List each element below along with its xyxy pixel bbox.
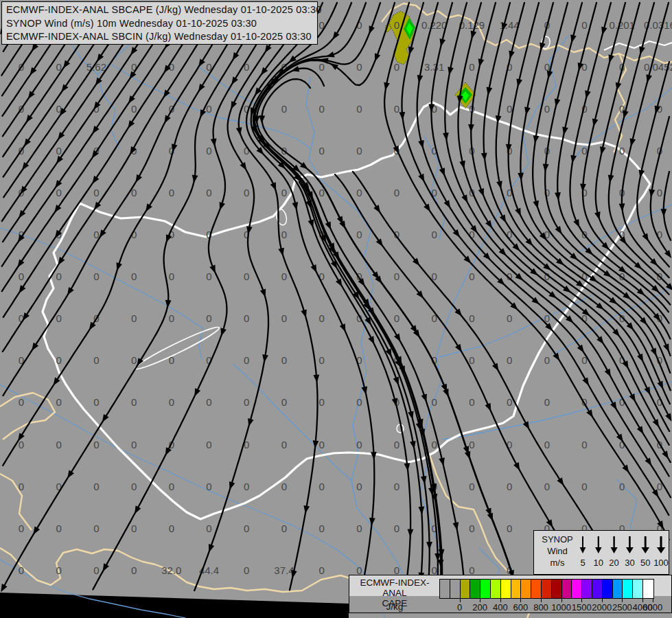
zero-grid-label: 0 bbox=[56, 396, 62, 408]
zero-grid-label: 0 bbox=[394, 481, 399, 492]
wind-speed-label: 10 bbox=[594, 558, 603, 568]
zero-grid-label: 0 bbox=[356, 229, 362, 240]
cape-tick-label: 800 bbox=[533, 602, 548, 613]
zero-grid-label: 0 bbox=[318, 481, 324, 492]
zero-grid-label: 0 bbox=[469, 271, 474, 282]
zero-grid-label: 0 bbox=[394, 312, 399, 324]
zero-grid-label: 0 bbox=[394, 271, 399, 282]
zero-grid-label: 0 bbox=[394, 103, 399, 115]
zero-grid-label: 0 bbox=[93, 564, 99, 576]
wind-speed-label: 50 bbox=[640, 558, 650, 568]
zero-grid-label: 0 bbox=[544, 439, 550, 450]
cape-swatch bbox=[562, 580, 572, 598]
zero-grid-label: 0 bbox=[469, 354, 474, 366]
station-value: 0.220 bbox=[421, 19, 448, 31]
zero-grid-label: 0 bbox=[581, 145, 587, 157]
zero-grid-label: 0 bbox=[131, 481, 137, 492]
zero-grid-label: 0 bbox=[318, 312, 324, 324]
zero-grid-label: 0 bbox=[469, 523, 474, 534]
cape-swatch bbox=[582, 580, 592, 598]
weather-map-screen: 0000.2200.1291.44000.2010.0316005.620000… bbox=[0, 0, 672, 618]
cape-tick-label: 1500 bbox=[572, 602, 592, 613]
cape-tick-label: 1000 bbox=[551, 602, 571, 613]
zero-grid-label: 0 bbox=[657, 187, 662, 198]
cape-swatch bbox=[623, 580, 633, 598]
zero-grid-label: 0 bbox=[131, 354, 137, 366]
cape-swatch bbox=[480, 580, 491, 598]
zero-grid-label: 0 bbox=[394, 439, 399, 450]
zero-grid-label: 0 bbox=[281, 439, 287, 450]
station-value: 0.201 bbox=[609, 19, 635, 31]
zero-grid-label: 0 bbox=[56, 439, 62, 450]
zero-grid-label: 0 bbox=[19, 481, 24, 492]
zero-grid-label: 0 bbox=[544, 61, 550, 73]
zero-grid-label: 0 bbox=[318, 145, 324, 157]
zero-grid-label: 0 bbox=[19, 396, 24, 408]
cape-swatch bbox=[552, 580, 562, 598]
wind-ref-arrowhead-icon bbox=[657, 547, 665, 553]
zero-grid-label: 0 bbox=[469, 61, 474, 73]
zero-grid-label: 0 bbox=[131, 564, 137, 576]
cape-swatch bbox=[491, 580, 501, 598]
zero-grid-label: 0 bbox=[281, 103, 287, 115]
zero-grid-label: 0 bbox=[318, 271, 324, 282]
zero-grid-label: 0 bbox=[93, 439, 99, 450]
zero-grid-label: 0 bbox=[469, 481, 474, 492]
cape-legend-title-line1: ECMWF-INDEX-ANAL bbox=[352, 577, 437, 598]
zero-grid-label: 0 bbox=[318, 354, 324, 366]
zero-grid-label: 0 bbox=[507, 312, 512, 324]
wind-speed-label: 100 bbox=[653, 558, 669, 568]
zero-grid-label: 0 bbox=[244, 481, 249, 492]
zero-grid-label: 0 bbox=[581, 61, 587, 73]
cape-swatch bbox=[501, 580, 511, 598]
zero-grid-label: 0 bbox=[281, 481, 287, 492]
title-line-sbcin: ECMWF-INDEX-ANAL SBCIN (J/kg) Wednesday … bbox=[6, 30, 313, 44]
zero-grid-label: 0 bbox=[206, 481, 211, 492]
zero-grid-label: 0 bbox=[619, 481, 625, 492]
wind-ref-arrowhead-icon bbox=[580, 547, 586, 553]
cape-swatch bbox=[450, 580, 461, 598]
zero-grid-label: 0 bbox=[19, 523, 24, 534]
zero-grid-label: 0 bbox=[93, 187, 99, 198]
zero-grid-label: 0 bbox=[394, 19, 399, 31]
zero-grid-label: 0 bbox=[244, 271, 249, 282]
zero-grid-label: 0 bbox=[169, 396, 174, 408]
zero-grid-label: 0 bbox=[244, 312, 249, 324]
zero-grid-label: 0 bbox=[244, 523, 249, 534]
zero-grid-label: 0 bbox=[356, 481, 362, 492]
zero-grid-label: 0 bbox=[394, 61, 399, 73]
zero-grid-label: 0 bbox=[169, 312, 174, 324]
cape-swatch bbox=[521, 580, 531, 598]
zero-grid-label: 0 bbox=[19, 564, 24, 576]
zero-grid-label: 0 bbox=[469, 396, 474, 408]
zero-grid-label: 0 bbox=[131, 396, 137, 408]
zero-grid-label: 0 bbox=[56, 187, 62, 198]
zero-grid-label: 0 bbox=[56, 312, 62, 324]
zero-grid-label: 0 bbox=[581, 481, 587, 492]
wind-legend-unit: m/s bbox=[538, 557, 577, 569]
zero-grid-label: 0 bbox=[356, 145, 362, 157]
zero-grid-label: 0 bbox=[131, 439, 137, 450]
cape-legend-unit: J/kg bbox=[352, 602, 437, 612]
zero-grid-label: 0 bbox=[318, 103, 324, 115]
zero-grid-label: 0 bbox=[507, 354, 512, 366]
zero-grid-label: 0 bbox=[244, 187, 249, 198]
zero-grid-label: 0 bbox=[356, 103, 362, 115]
station-value: 32.0 bbox=[161, 564, 181, 576]
map-title-box: ECMWF-INDEX-ANAL SBCAPE (J/kg) Wednesday… bbox=[1, 1, 318, 45]
cape-swatch bbox=[592, 580, 603, 598]
wind-ref-arrowhead-icon bbox=[610, 547, 617, 553]
zero-grid-label: 0 bbox=[356, 396, 362, 408]
zero-grid-label: 0 bbox=[318, 564, 324, 576]
cape-color-bar bbox=[439, 579, 654, 599]
zero-grid-label: 0 bbox=[206, 396, 211, 408]
zero-grid-label: 0 bbox=[281, 271, 287, 282]
station-value: 3.31 bbox=[424, 61, 444, 73]
zero-grid-label: 0 bbox=[206, 523, 211, 534]
zero-grid-label: 0 bbox=[318, 61, 324, 73]
title-line-sbcape: ECMWF-INDEX-ANAL SBCAPE (J/kg) Wednesday… bbox=[6, 3, 313, 17]
zero-grid-label: 0 bbox=[206, 271, 211, 282]
zero-grid-label: 0 bbox=[544, 103, 550, 115]
zero-grid-label: 0 bbox=[356, 187, 362, 198]
wind-speed-label: 30 bbox=[625, 558, 634, 568]
